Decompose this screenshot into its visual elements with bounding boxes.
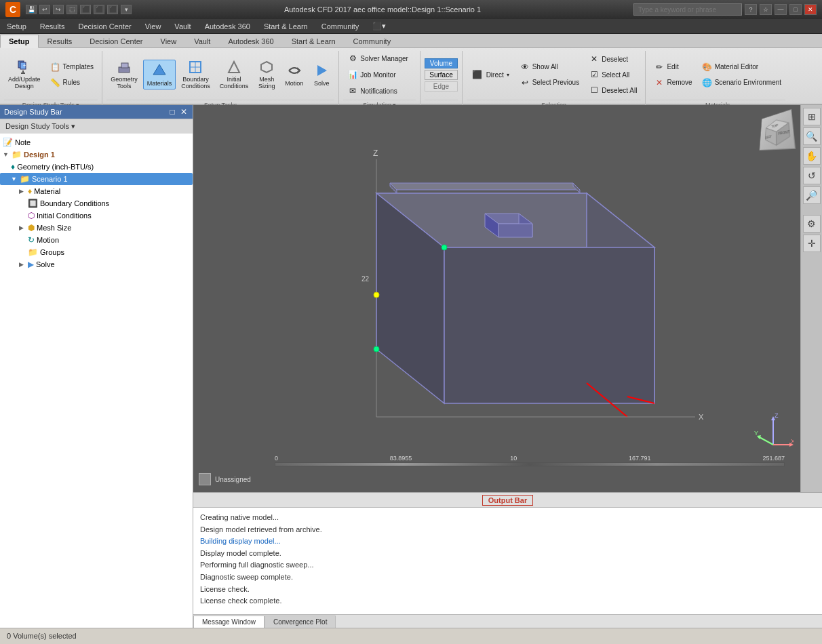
initial-conditions-button[interactable]: InitialConditions bbox=[216, 56, 253, 93]
materials-button[interactable]: Materials bbox=[143, 60, 176, 89]
surface-button[interactable]: Surface bbox=[425, 70, 457, 80]
zoom-in-button[interactable]: 🔍 bbox=[803, 127, 821, 145]
rotate-button[interactable]: ↺ bbox=[803, 167, 821, 184]
settings-button[interactable]: ⚙ bbox=[803, 215, 821, 233]
help-icon[interactable]: ? bbox=[745, 4, 757, 15]
quick-save-icon[interactable]: 💾 bbox=[26, 5, 37, 14]
quick-dropdown[interactable]: ▾ bbox=[121, 5, 132, 14]
view-cube[interactable]: TOP LEFT FRONT bbox=[759, 109, 796, 150]
tree-item-scenario1-label: Scenario 1 bbox=[32, 175, 68, 183]
titlebar-left: C 💾 ↩ ↪ ⬚ ⬛ ⬛ ⬛ ▾ bbox=[5, 2, 132, 17]
tree-item-geometry[interactable]: ♦ Geometry (inch-BTU/s) bbox=[0, 161, 193, 173]
edge-button[interactable]: Edge bbox=[425, 81, 457, 92]
output-tabs: Message Window Convergence Plot bbox=[193, 614, 822, 628]
tree-item-design1[interactable]: ▼ 📁 Design 1 bbox=[0, 148, 193, 161]
menu-vault[interactable]: Vault bbox=[168, 19, 197, 33]
menu-setup[interactable]: Setup bbox=[0, 19, 33, 33]
design-study-tools-dropdown[interactable]: Design Study Tools ▾ bbox=[5, 122, 75, 131]
svg-marker-12 bbox=[317, 65, 327, 76]
quick-redo-icon[interactable]: ↪ bbox=[53, 5, 64, 14]
show-all-button[interactable]: 👁 Show All bbox=[515, 60, 583, 75]
zoom-out-button[interactable]: 🔎 bbox=[803, 186, 821, 204]
quick-undo-icon[interactable]: ↩ bbox=[39, 5, 50, 14]
quick-icon1[interactable]: ⬚ bbox=[66, 5, 77, 14]
tab-convergence-plot[interactable]: Convergence Plot bbox=[265, 616, 336, 628]
pan-button[interactable]: ✋ bbox=[803, 147, 821, 165]
close-button[interactable]: ✕ bbox=[804, 4, 817, 15]
keyword-search-input[interactable] bbox=[633, 3, 742, 16]
remove-button[interactable]: ✕ Remove bbox=[650, 75, 696, 90]
tree-item-groups[interactable]: 📁 Groups bbox=[0, 246, 193, 258]
templates-button[interactable]: 📋 Templates bbox=[46, 60, 98, 75]
panel-maximize-button[interactable]: □ bbox=[168, 107, 177, 117]
tree-item-solve[interactable]: ▶ ▶ Solve bbox=[0, 258, 193, 270]
setup-tasks-items: GeometryTools Materials BoundaryConditio… bbox=[106, 51, 334, 98]
motion-button[interactable]: Motion bbox=[281, 60, 307, 89]
tab-decision-center[interactable]: Decision Center bbox=[81, 34, 151, 47]
menu-community[interactable]: Community bbox=[315, 19, 366, 33]
star-icon[interactable]: ☆ bbox=[760, 4, 772, 15]
zoom-fit-button[interactable]: ⊞ bbox=[803, 108, 821, 125]
menu-decision-center[interactable]: Decision Center bbox=[71, 19, 138, 33]
rules-button[interactable]: 📏 Rules bbox=[46, 75, 98, 90]
selection-col1: 👁 Show All ↩ Select Previous bbox=[515, 60, 583, 90]
viewport[interactable]: TOP LEFT FRONT Z 22 bbox=[193, 105, 822, 492]
job-monitor-icon: 📊 bbox=[347, 69, 358, 80]
material-editor-button[interactable]: 🎨 Material Editor bbox=[698, 60, 785, 75]
menu-autodesk360[interactable]: Autodesk 360 bbox=[198, 19, 257, 33]
menu-start-learn[interactable]: Start & Learn bbox=[257, 19, 315, 33]
mesh-sizing-button[interactable]: MeshSizing bbox=[254, 56, 279, 93]
crosshair-button[interactable]: ✛ bbox=[803, 235, 821, 252]
solve-icon bbox=[313, 62, 330, 79]
tab-results[interactable]: Results bbox=[39, 34, 81, 47]
boundary-conditions-label: BoundaryConditions bbox=[181, 77, 210, 90]
add-update-design-label: Add/UpdateDesign bbox=[8, 77, 41, 90]
quick-icon4[interactable]: ⬛ bbox=[107, 5, 118, 14]
direct-dropdown-icon[interactable]: ▾ bbox=[507, 72, 509, 78]
minimize-button[interactable]: — bbox=[775, 4, 787, 15]
volume-button[interactable]: Volume bbox=[425, 58, 457, 68]
scenario-environment-button[interactable]: 🌐 Scenario Environment bbox=[698, 75, 785, 90]
deselect-button[interactable]: ✕ Deselect bbox=[585, 52, 641, 66]
tree-item-motion[interactable]: ↻ Motion bbox=[0, 234, 193, 246]
boundary-conditions-button[interactable]: BoundaryConditions bbox=[177, 56, 214, 93]
notifications-button[interactable]: ✉ Notifications bbox=[343, 83, 401, 98]
design-study-items: + Add/UpdateDesign 📋 Templates 📏 Rules bbox=[4, 51, 98, 98]
tree-item-initial[interactable]: ⬡ Initial Conditions bbox=[0, 209, 193, 222]
menu-extra[interactable]: ⬛▾ bbox=[366, 19, 393, 33]
tree-item-scenario1[interactable]: ▼ 📁 Scenario 1 bbox=[0, 173, 193, 185]
job-monitor-button[interactable]: 📊 Job Monitor bbox=[343, 67, 399, 82]
tree-item-material[interactable]: ▶ ♦ Material bbox=[0, 185, 193, 197]
select-all-button[interactable]: ☑ Select All bbox=[585, 67, 641, 82]
select-previous-button[interactable]: ↩ Select Previous bbox=[515, 75, 583, 90]
solver-manager-button[interactable]: ⚙ Solver Manager bbox=[343, 51, 412, 66]
tree-item-geometry-label: Geometry (inch-BTU/s) bbox=[17, 163, 94, 171]
tab-setup[interactable]: Setup bbox=[0, 35, 39, 48]
tab-message-window[interactable]: Message Window bbox=[193, 616, 265, 628]
geometry-tools-button[interactable]: GeometryTools bbox=[106, 56, 142, 93]
output-header: Output Bar bbox=[193, 493, 822, 508]
color-legend: Unassigned bbox=[199, 473, 251, 485]
tab-community[interactable]: Community bbox=[345, 34, 400, 47]
solve-button[interactable]: Solve bbox=[309, 60, 334, 89]
deselect-all-button[interactable]: ☐ Deselect All bbox=[585, 83, 641, 98]
quick-icon2[interactable]: ⬛ bbox=[80, 5, 91, 14]
tab-start-learn[interactable]: Start & Learn bbox=[283, 34, 345, 47]
rules-icon: 📏 bbox=[50, 77, 61, 88]
status-text: 0 Volume(s) selected bbox=[7, 632, 77, 640]
edit-button[interactable]: ✏ Edit bbox=[650, 60, 696, 75]
tab-vault[interactable]: Vault bbox=[185, 34, 219, 47]
quick-icon3[interactable]: ⬛ bbox=[94, 5, 104, 14]
maximize-button[interactable]: □ bbox=[789, 4, 802, 15]
tree-item-boundary[interactable]: 🔲 Boundary Conditions bbox=[0, 197, 193, 209]
tab-autodesk360[interactable]: Autodesk 360 bbox=[219, 34, 282, 47]
menu-results[interactable]: Results bbox=[33, 19, 72, 33]
tab-view[interactable]: View bbox=[152, 34, 186, 47]
direct-button[interactable]: ⬛ Direct ▾ bbox=[467, 66, 514, 83]
output-line-6: Diagnostic sweep complete. bbox=[200, 571, 815, 584]
tree-item-mesh[interactable]: ▶ ⬢ Mesh Size bbox=[0, 222, 193, 234]
tree-item-note[interactable]: 📝 Note bbox=[0, 136, 193, 148]
add-update-design-button[interactable]: + Add/UpdateDesign bbox=[4, 56, 45, 93]
panel-close-button[interactable]: ✕ bbox=[179, 107, 189, 117]
menu-view[interactable]: View bbox=[138, 19, 168, 33]
